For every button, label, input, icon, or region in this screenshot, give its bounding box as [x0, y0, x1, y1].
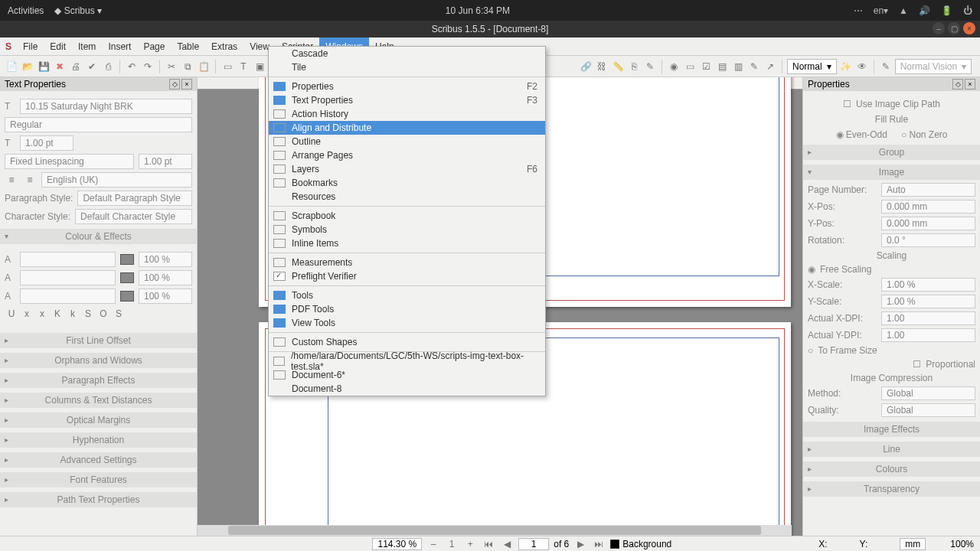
linespacing-value-input[interactable]: 1.00 pt: [139, 154, 192, 169]
menu-table[interactable]: Table: [171, 37, 205, 55]
preview-mode-select[interactable]: Normal▾: [787, 59, 837, 74]
text-properties-title[interactable]: Text Properties ◇ ×: [0, 77, 197, 91]
unit-select[interactable]: mm: [900, 538, 926, 550]
current-page-input[interactable]: 1: [518, 538, 549, 550]
copy-icon[interactable]: ⧉: [181, 60, 194, 73]
menu-item-scrapbook[interactable]: Scrapbook: [269, 209, 545, 223]
zoom-in-icon[interactable]: +: [463, 537, 477, 551]
menu-item-document-6-[interactable]: Document-6*: [269, 368, 545, 382]
character-style-select[interactable]: Default Character Style: [75, 209, 192, 224]
bg-opacity-input[interactable]: 100 %: [139, 289, 192, 304]
menu-file[interactable]: File: [17, 37, 44, 55]
menu-item-custom-shapes[interactable]: Custom Shapes: [269, 335, 545, 349]
edit-in-preview-icon[interactable]: ✎: [879, 60, 893, 73]
panel-close-button[interactable]: ×: [181, 79, 192, 90]
zoom-out-icon[interactable]: –: [426, 537, 440, 551]
section-font-features[interactable]: ▸Font Features: [0, 472, 197, 487]
fx-superscript-icon[interactable]: x: [35, 307, 49, 321]
menu-item[interactable]: Item: [72, 37, 102, 55]
stroke-colour-select[interactable]: [20, 270, 116, 285]
fill-swatch[interactable]: [120, 254, 134, 265]
close-doc-icon[interactable]: ✖: [53, 60, 67, 73]
save-icon[interactable]: 💾: [37, 60, 51, 73]
battery-icon[interactable]: 🔋: [941, 5, 952, 16]
undo-icon[interactable]: ↶: [125, 60, 139, 73]
radio-icon[interactable]: ○: [808, 345, 813, 356]
redo-icon[interactable]: ↷: [141, 60, 155, 73]
transparency-section[interactable]: ▸Transparency: [803, 481, 980, 497]
section-columns-text-distances[interactable]: ▸Columns & Text Distances: [0, 393, 197, 408]
section-first-line-offset[interactable]: ▸First Line Offset: [0, 333, 197, 348]
preflight-icon[interactable]: ✔: [85, 60, 99, 73]
pdf-list-icon[interactable]: ▥: [731, 60, 745, 73]
group-section[interactable]: ▸Group: [803, 145, 980, 160]
select-icon[interactable]: ▭: [220, 60, 234, 73]
pdf-combo-icon[interactable]: ▤: [715, 60, 729, 73]
linespacing-type-select[interactable]: Fixed Linespacing: [5, 154, 134, 169]
menu-item-text-properties[interactable]: Text PropertiesF3: [269, 93, 545, 107]
checkbox-icon[interactable]: ☐: [843, 99, 851, 109]
zoom-input[interactable]: 114.30 %: [372, 538, 422, 550]
menu-item-document-8[interactable]: Document-8: [269, 382, 545, 396]
bg-colour-select[interactable]: [20, 289, 116, 304]
volume-icon[interactable]: 🔊: [919, 5, 930, 16]
fill-colour-select[interactable]: [20, 252, 116, 267]
xscale-input[interactable]: 1.00 %: [881, 278, 975, 292]
axdpi-input[interactable]: 1.00: [881, 311, 975, 325]
section-orphans-and-widows[interactable]: ▸Orphans and Widows: [0, 353, 197, 368]
fx-shadow-icon[interactable]: S: [112, 307, 126, 321]
menu-item-action-history[interactable]: Action History: [269, 107, 545, 121]
close-button[interactable]: ×: [963, 22, 975, 34]
language-select[interactable]: English (UK): [41, 172, 192, 187]
menu-item-outline[interactable]: Outline: [269, 135, 545, 148]
ypos-input[interactable]: 0.000 mm: [881, 217, 975, 230]
prev-page-icon[interactable]: ◀: [500, 537, 514, 551]
menu-item-inline-items[interactable]: Inline Items: [269, 236, 545, 250]
pdf-annot-icon[interactable]: ✎: [747, 60, 761, 73]
paragraph-style-select[interactable]: Default Paragraph Style: [77, 191, 192, 206]
colour-effects-header[interactable]: ▾Colour & Effects: [0, 229, 197, 244]
menu-item-layers[interactable]: LayersF6: [269, 162, 545, 176]
maximize-button[interactable]: ▢: [948, 22, 960, 34]
menu-item-preflight-verifier[interactable]: Preflight Verifier: [269, 269, 545, 283]
aydpi-input[interactable]: 1.00: [881, 328, 975, 342]
open-icon[interactable]: 📂: [21, 60, 34, 73]
text-frame-icon[interactable]: T: [237, 60, 250, 73]
pdf-push-icon[interactable]: ◉: [667, 60, 681, 73]
yscale-input[interactable]: 1.00 %: [881, 295, 975, 308]
fill-opacity-input[interactable]: 100 %: [139, 252, 192, 267]
fx-subscript-icon[interactable]: x: [20, 307, 34, 321]
radio-icon[interactable]: ◉: [836, 129, 844, 140]
radio-icon[interactable]: ◉: [808, 264, 815, 275]
section-advanced-settings[interactable]: ▸Advanced Settings: [0, 452, 197, 468]
vision-mode-select[interactable]: Normal Vision▾: [895, 59, 972, 74]
menu-edit[interactable]: Edit: [44, 37, 72, 55]
zoom-100-icon[interactable]: 1: [445, 537, 459, 551]
new-icon[interactable]: 📄: [5, 60, 18, 73]
font-select[interactable]: 10.15 Saturday Night BRK: [20, 99, 192, 114]
section-optical-margins[interactable]: ▸Optical Margins: [0, 412, 197, 428]
app-indicator[interactable]: ◆ Scribus ▾: [54, 5, 102, 16]
unlink-icon[interactable]: ⛓: [595, 60, 609, 73]
xpos-input[interactable]: 0.000 mm: [881, 200, 975, 214]
toggle-cms-icon[interactable]: ✨: [839, 60, 853, 73]
first-page-icon[interactable]: ⏮: [482, 537, 495, 551]
pdf-icon[interactable]: ⎙: [101, 60, 115, 73]
section-paragraph-effects[interactable]: ▸Paragraph Effects: [0, 373, 197, 388]
align-center-icon[interactable]: ≡: [23, 173, 37, 187]
font-size-input[interactable]: 1.00 pt: [20, 135, 74, 151]
pdf-link-icon[interactable]: ↗: [763, 60, 777, 73]
font-style-select[interactable]: Regular: [5, 117, 192, 132]
bg-swatch[interactable]: [120, 291, 134, 302]
fx-strike-icon[interactable]: S: [81, 307, 95, 321]
power-icon[interactable]: ⏻: [963, 5, 972, 16]
section-hyphenation[interactable]: ▸Hyphenation: [0, 432, 197, 448]
next-page-icon[interactable]: ▶: [573, 537, 587, 551]
cut-icon[interactable]: ✂: [165, 60, 178, 73]
line-section[interactable]: ▸Line: [803, 442, 980, 457]
menu-item-symbols[interactable]: Symbols: [269, 223, 545, 236]
properties-title[interactable]: Properties ◇ ×: [803, 77, 980, 91]
colours-section[interactable]: ▸Colours: [803, 461, 980, 477]
image-section[interactable]: ▾Image: [803, 165, 980, 180]
layer-select[interactable]: Background: [610, 539, 671, 549]
